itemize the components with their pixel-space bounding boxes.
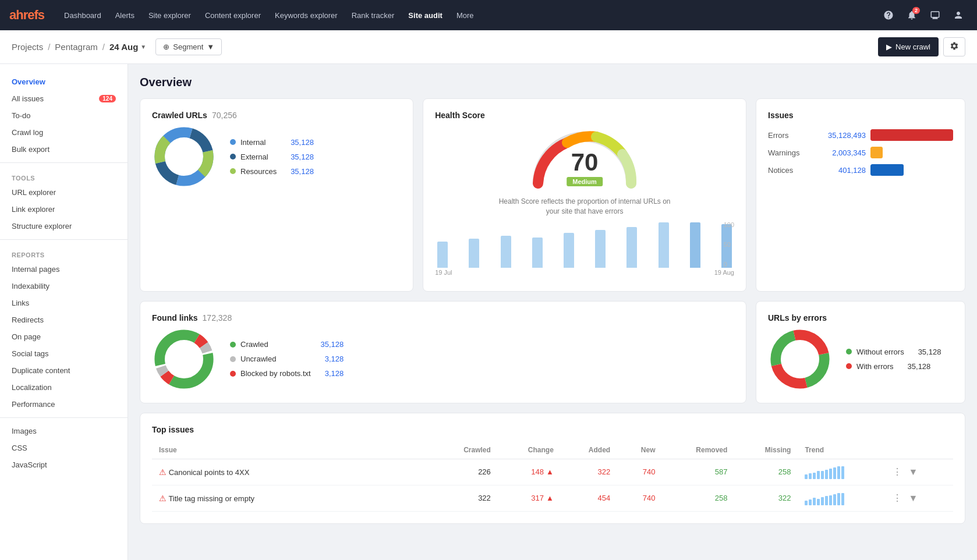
breadcrumb-projects[interactable]: Projects	[12, 42, 43, 52]
sidebar-item-todo[interactable]: To-do	[0, 107, 128, 124]
sidebar-item-indexability[interactable]: Indexability	[0, 278, 128, 295]
sidebar-item-bulk-export[interactable]: Bulk export	[0, 141, 128, 158]
trend-bar	[817, 499, 820, 505]
trend-bar	[837, 493, 840, 505]
issue-row-warnings: Warnings 2,003,345	[768, 147, 953, 158]
screen-icon[interactable]	[926, 6, 944, 24]
error-icon-2: ⚠	[159, 494, 167, 503]
more-options-button-1[interactable]: ⋮	[890, 465, 904, 479]
table-wrapper: Issue Crawled Change Added New Removed M…	[152, 441, 953, 512]
sidebar-item-redirects[interactable]: Redirects	[0, 311, 128, 328]
notifications-icon[interactable]: 2	[902, 6, 921, 24]
legend-crawled: Crawled 35,128	[230, 340, 344, 349]
found-links-donut-section: Crawled 35,128 Uncrawled 3,128 Blocked b…	[152, 327, 734, 391]
change-cell-2: 317 ▲	[498, 485, 561, 511]
sidebar-item-images[interactable]: Images	[0, 423, 128, 440]
added-cell-2: 454	[561, 485, 617, 511]
sidebar-item-crawl-log[interactable]: Crawl log	[0, 124, 128, 141]
warnings-bar-wrap	[870, 147, 953, 158]
segment-button[interactable]: ⊕ Segment ▼	[155, 38, 222, 55]
sidebar-item-css[interactable]: CSS	[0, 440, 128, 456]
more-options-button-2[interactable]: ⋮	[890, 491, 904, 505]
breadcrumb-date[interactable]: 24 Aug ▼	[109, 42, 146, 52]
missing-cell-2: 322	[734, 485, 798, 511]
nav-content-explorer[interactable]: Content explorer	[199, 8, 267, 23]
nav-more[interactable]: More	[451, 8, 480, 23]
issue-row-notices: Notices 401,128	[768, 164, 953, 176]
sidebar-item-url-explorer[interactable]: URL explorer	[0, 184, 128, 201]
nav-links: Dashboard Alerts Site explorer Content e…	[58, 8, 879, 23]
svg-point-10	[782, 341, 818, 377]
notices-value: 401,128	[813, 166, 866, 175]
gauge-number: 70	[567, 150, 603, 175]
sidebar-item-javascript[interactable]: JavaScript	[0, 456, 128, 473]
arrow-up-icon-1: ▲	[546, 467, 554, 476]
breadcrumb-project[interactable]: Pentagram	[55, 42, 97, 52]
new-cell-1: 740	[617, 459, 662, 485]
trend-bar	[809, 473, 812, 479]
found-links-title: Found links 172,328	[152, 313, 734, 322]
trend-bar	[821, 471, 824, 479]
sidebar-item-performance[interactable]: Performance	[0, 396, 128, 413]
chart-min: 0	[724, 261, 734, 268]
chart-mid: 50	[724, 241, 734, 248]
expand-button-1[interactable]: ▼	[907, 466, 921, 479]
breadcrumb-actions: ▶ New crawl	[878, 37, 965, 56]
sidebar-reports-section: REPORTS	[0, 244, 128, 261]
blocked-dot	[230, 371, 236, 377]
col-missing: Missing	[734, 441, 798, 459]
sidebar-item-all-issues[interactable]: All issues 124	[0, 90, 128, 107]
errors-bar-wrap	[870, 129, 953, 141]
warnings-value: 2,003,345	[813, 148, 866, 157]
crawled-donut-section: Internal 35,128 External 35,128 Resource…	[152, 125, 401, 189]
sidebar-item-on-page[interactable]: On page	[0, 328, 128, 345]
sidebar-item-overview[interactable]: Overview	[0, 73, 128, 90]
row-actions-1: ⋮ ▼	[890, 465, 947, 479]
sidebar-item-localization[interactable]: Localization	[0, 379, 128, 396]
nav-keywords-explorer[interactable]: Keywords explorer	[269, 8, 344, 23]
col-issue: Issue	[152, 441, 433, 459]
user-icon[interactable]	[949, 6, 968, 24]
legend-external: External 35,128	[230, 153, 314, 161]
sidebar-item-social-tags[interactable]: Social tags	[0, 345, 128, 362]
gauge-label: Medium	[567, 177, 603, 186]
table-head: Issue Crawled Change Added New Removed M…	[152, 441, 953, 459]
nav-site-audit[interactable]: Site audit	[402, 8, 448, 23]
col-new: New	[617, 441, 662, 459]
found-links-legend: Crawled 35,128 Uncrawled 3,128 Blocked b…	[230, 340, 344, 378]
cards-row-1: Crawled URLs 70,256 Internal 35	[140, 98, 965, 292]
logo[interactable]: ahrefs	[9, 8, 44, 23]
nav-alerts[interactable]: Alerts	[109, 8, 140, 23]
sidebar-item-structure-explorer[interactable]: Structure explorer	[0, 218, 128, 235]
settings-button[interactable]	[943, 37, 965, 56]
issue-cell-1: ⚠ Canonical points to 4XX	[152, 459, 433, 485]
trend-bar	[833, 467, 836, 479]
chart-max: 100	[724, 221, 734, 228]
trend-bar	[841, 493, 844, 505]
trend-bar	[837, 466, 840, 479]
gauge-description: Health Score reflects the proportion of …	[497, 197, 672, 217]
col-crawled: Crawled	[433, 441, 498, 459]
nav-dashboard[interactable]: Dashboard	[58, 8, 107, 23]
trend-cell-2	[798, 485, 883, 511]
nav-rank-tracker[interactable]: Rank tracker	[346, 8, 401, 23]
sidebar-item-duplicate-content[interactable]: Duplicate content	[0, 362, 128, 379]
trend-bars-2	[805, 491, 876, 505]
help-icon[interactable]	[879, 6, 898, 24]
top-issues-card: Top issues Issue Crawled Change Added Ne…	[140, 413, 965, 524]
legend-blocked: Blocked by robots.txt 3,128	[230, 369, 344, 378]
sidebar-item-links[interactable]: Links	[0, 295, 128, 311]
gauge-section: 70 Medium Health Score reflects the prop…	[435, 122, 734, 279]
nav-site-explorer[interactable]: Site explorer	[143, 8, 197, 23]
expand-button-2[interactable]: ▼	[907, 492, 921, 505]
sidebar-item-link-explorer[interactable]: Link explorer	[0, 201, 128, 218]
health-score-title: Health Score	[435, 111, 734, 120]
notices-label: Notices	[768, 166, 809, 175]
notices-bar-wrap	[870, 164, 953, 176]
removed-cell-1: 587	[663, 459, 735, 485]
crawled-urls-title: Crawled URLs 70,256	[152, 111, 401, 120]
sidebar-item-internal-pages[interactable]: Internal pages	[0, 261, 128, 278]
legend-uncrawled: Uncrawled 3,128	[230, 355, 344, 363]
new-crawl-button[interactable]: ▶ New crawl	[878, 37, 939, 56]
chart-date-end: 19 Aug	[714, 269, 734, 276]
